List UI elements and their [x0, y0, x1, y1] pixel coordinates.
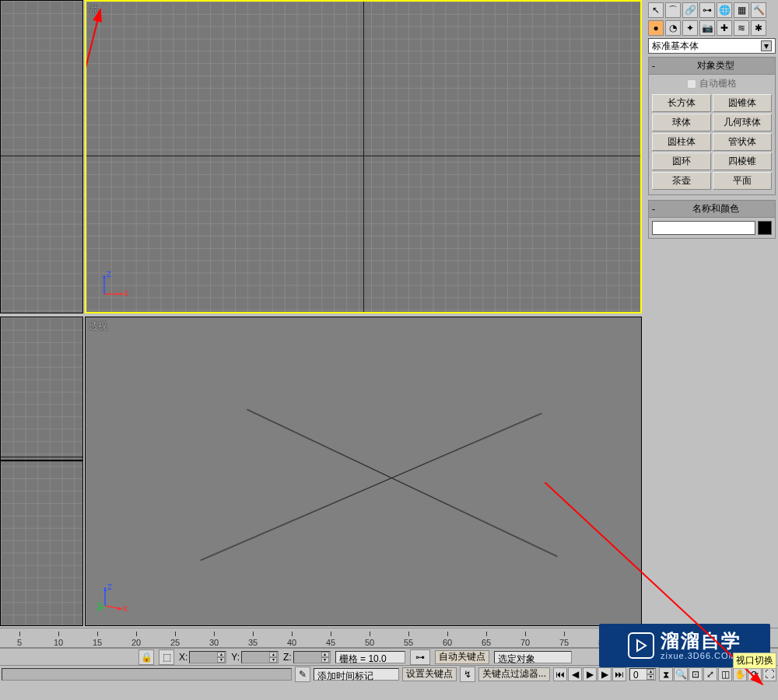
- tick-35: 35: [233, 638, 272, 647]
- geometry-type-dropdown[interactable]: 标准基本体 ▾: [648, 38, 776, 54]
- viewport-bottom-left[interactable]: [0, 317, 83, 626]
- primitive-7[interactable]: 四棱锥: [713, 152, 772, 170]
- primitive-6[interactable]: 圆环: [652, 152, 711, 170]
- dropdown-arrow-icon: ▾: [761, 40, 772, 51]
- helper-icon[interactable]: ✚: [717, 20, 732, 36]
- bottom-bar: 5101520253035404550556065707580859095100…: [0, 628, 778, 700]
- rollout-object-type-title: 对象类型: [660, 59, 772, 72]
- object-buttons-grid: 长方体圆锥体球体几何球体圆柱体管状体圆环四棱锥茶壶平面: [649, 93, 775, 194]
- set-key-button[interactable]: 设置关键点: [402, 667, 457, 681]
- viewport-toggle-tooltip: 视口切换: [733, 653, 776, 669]
- z-input[interactable]: ▴▾: [293, 651, 331, 663]
- tick-80: 80: [584, 638, 622, 647]
- arc-icon[interactable]: ⌒: [665, 2, 681, 18]
- collapse-icon: -: [652, 204, 660, 215]
- autogrid-label: 自动栅格: [699, 77, 737, 90]
- play-icon[interactable]: ▶: [583, 667, 597, 681]
- autogrid-row: 自动栅格: [649, 75, 775, 93]
- tick-55: 55: [389, 638, 428, 647]
- y-label: Y:: [231, 652, 240, 663]
- tick-25: 25: [156, 638, 194, 647]
- key-icon[interactable]: ⊶: [410, 649, 430, 665]
- clock-icon[interactable]: ◔: [665, 20, 681, 36]
- create-category-row: ●◔✦📷✚≋✱: [648, 20, 776, 36]
- time-icon[interactable]: ⧗: [659, 667, 673, 681]
- tick-60: 60: [428, 638, 467, 647]
- tick-15: 15: [78, 638, 117, 647]
- next-icon[interactable]: ▶: [598, 667, 612, 681]
- primitive-9[interactable]: 平面: [713, 172, 772, 190]
- zoom-ext-icon[interactable]: ⤢: [703, 667, 717, 681]
- dumbbell-icon[interactable]: ⊶: [699, 2, 715, 18]
- tick-90: 90: [661, 638, 700, 647]
- tick-5: 5: [0, 638, 39, 647]
- min-max-icon[interactable]: ⛶: [762, 667, 776, 681]
- hammer-icon[interactable]: 🔨: [751, 2, 766, 18]
- prompt-line: [2, 668, 292, 681]
- grid-bl: [1, 317, 82, 625]
- object-color-swatch[interactable]: [758, 221, 772, 235]
- status-bar-2: ✎ 添加时间标记 设置关键点 ↯ 关键点过滤器... ⏮◀▶▶⏭ 0▴▾ ⧗🔍⊡…: [0, 665, 778, 682]
- prev-icon[interactable]: ◀: [568, 667, 582, 681]
- star-icon[interactable]: ✱: [751, 20, 766, 36]
- primitive-0[interactable]: 长方体: [652, 94, 711, 112]
- wave-icon[interactable]: ≋: [734, 20, 749, 36]
- script-icon[interactable]: ✎: [295, 667, 310, 682]
- status-bar-1: 🔒 ⬚ X:▴▾ Y:▴▾ Z:▴▾ 栅格 = 10.0 ⊶ 自动关键点 选定对…: [0, 648, 778, 665]
- frame-input[interactable]: 0▴▾: [629, 668, 656, 681]
- z-label: Z:: [283, 652, 292, 663]
- orbit-icon[interactable]: ⟳: [748, 667, 762, 681]
- auto-key-button[interactable]: 自动关键点: [435, 650, 489, 664]
- grid-icon[interactable]: ▦: [734, 2, 749, 18]
- selection-lock-icon[interactable]: ⬚: [159, 649, 174, 665]
- primitive-1[interactable]: 圆锥体: [713, 94, 772, 112]
- grid-readout: 栅格 = 10.0: [335, 651, 405, 663]
- link-icon[interactable]: 🔗: [682, 2, 698, 18]
- camera-icon[interactable]: 📷: [699, 20, 715, 36]
- rollout-object-type-header[interactable]: - 对象类型: [649, 58, 775, 75]
- tick-30: 30: [194, 638, 233, 647]
- panel-tab-row: ↖⌒🔗⊶🌐▦🔨: [648, 2, 776, 18]
- x-input[interactable]: ▴▾: [189, 651, 226, 663]
- viewport-nav-cluster: ⧗🔍⊡⤢◫✋⟳⛶: [659, 667, 776, 681]
- tick-75: 75: [545, 638, 584, 647]
- object-name-input[interactable]: [652, 221, 755, 235]
- primitive-5[interactable]: 管状体: [713, 133, 772, 151]
- sphere-icon[interactable]: ●: [648, 20, 664, 36]
- viewport-front[interactable]: 前 x z: [85, 0, 642, 313]
- pan-icon[interactable]: ✋: [733, 667, 747, 681]
- primitive-4[interactable]: 圆柱体: [652, 133, 711, 151]
- arrow-icon[interactable]: ↖: [648, 2, 664, 18]
- main-viewport-area: 前 x z 透视 x z y: [0, 0, 643, 628]
- grid-persp: [86, 317, 641, 625]
- autogrid-checkbox[interactable]: [687, 79, 696, 89]
- dropdown-label: 标准基本体: [652, 40, 699, 53]
- fov-icon[interactable]: ◫: [718, 667, 732, 681]
- primitive-2[interactable]: 球体: [652, 114, 711, 131]
- tick-95: 95: [700, 638, 739, 647]
- selected-object-field[interactable]: 选定对象: [494, 651, 572, 663]
- globe-icon[interactable]: 🌐: [717, 2, 732, 18]
- key-mode-icon[interactable]: ↯: [460, 667, 475, 682]
- rew-icon[interactable]: ⏮: [553, 667, 567, 681]
- viewport-persp-label: 透视: [89, 320, 107, 333]
- key-filter-button[interactable]: 关键点过滤器...: [478, 667, 550, 681]
- primitive-3[interactable]: 几何球体: [713, 114, 772, 131]
- rollout-name-color-header[interactable]: - 名称和颜色: [649, 201, 775, 218]
- lock-icon[interactable]: 🔒: [138, 649, 154, 665]
- timeline-ruler[interactable]: 5101520253035404550556065707580859095100: [0, 628, 778, 648]
- y-input[interactable]: ▴▾: [241, 651, 279, 663]
- rollout-name-color-title: 名称和颜色: [660, 202, 772, 215]
- light-icon[interactable]: ✦: [682, 20, 698, 36]
- viewport-top-left[interactable]: [0, 0, 83, 313]
- end-icon[interactable]: ⏭: [612, 667, 626, 681]
- zoom-icon[interactable]: 🔍: [674, 667, 688, 681]
- time-tag-field[interactable]: 添加时间标记: [314, 668, 399, 681]
- name-color-row: [649, 218, 775, 238]
- tick-85: 85: [622, 638, 661, 647]
- x-label: X:: [179, 652, 187, 663]
- tick-10: 10: [39, 638, 78, 647]
- zoom-all-icon[interactable]: ⊡: [689, 667, 703, 681]
- primitive-8[interactable]: 茶壶: [652, 172, 711, 190]
- viewport-perspective[interactable]: 透视 x z y: [85, 317, 642, 626]
